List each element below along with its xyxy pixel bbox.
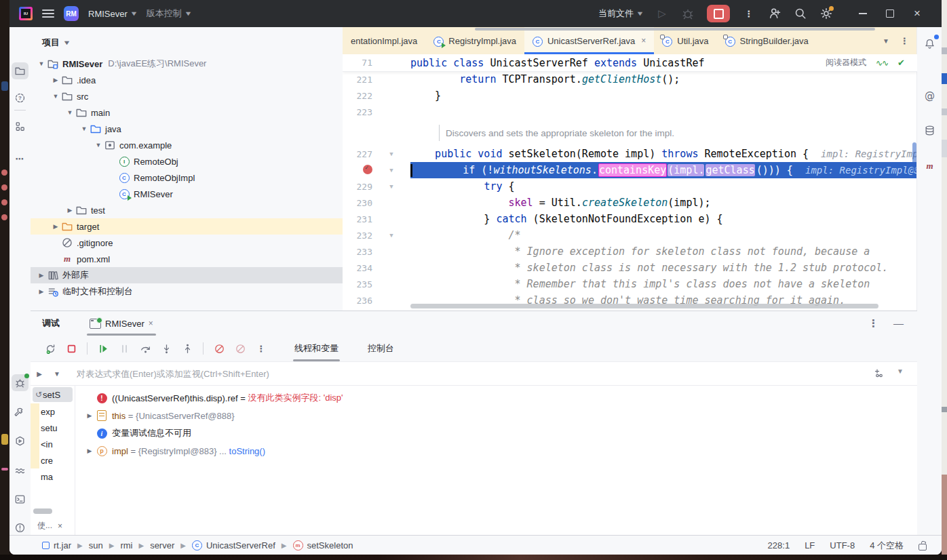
chevron-right-icon[interactable]: ▶ [31,370,48,378]
fold-chevron-icon[interactable]: ▼ [372,183,410,190]
tree-item-java[interactable]: ▼java [31,121,343,137]
tree-item-RemoteObjImpl[interactable]: CRemoteObjImpl [31,169,343,186]
run-icon[interactable]: ▷ [655,7,669,20]
stop-button[interactable] [707,5,730,22]
tree-item-RMISever[interactable]: ▼RMISeverD:\javaEE练习\RMISever [31,56,343,72]
fold-chevron-icon[interactable]: ▼ [372,232,410,239]
frame-row[interactable]: cre [31,452,75,468]
stripe-structure[interactable] [12,118,28,135]
line-number[interactable]: 234 [343,263,372,273]
stripe-vcs-question[interactable]: ? [12,89,28,106]
tree-item-src[interactable]: ▼src [31,88,343,104]
tree-item-RemoteObj[interactable]: IRemoteObj [31,153,343,169]
tab-options-icon[interactable]: ⋮ [900,36,909,46]
variable-link[interactable]: toString() [229,446,265,456]
tab-entationImpl.java[interactable]: entationImpl.java [343,27,425,54]
tree-item-test[interactable]: ▶test [31,202,343,218]
tree-item-.idea[interactable]: ▶.idea [31,72,343,88]
frame-row[interactable]: exp [31,403,75,420]
editor-horizontal-scrollbar[interactable] [410,304,878,308]
add-watch-icon[interactable] [874,367,885,380]
debug-icon[interactable] [681,7,695,20]
line-number[interactable]: 222 [343,91,372,101]
main-menu-icon[interactable] [42,9,54,18]
tree-chevron-icon[interactable]: ▶ [50,77,61,83]
frame-row[interactable]: <in [31,436,75,452]
close-icon[interactable]: × [641,36,646,45]
tree-chevron-icon[interactable]: ▶ [64,207,75,214]
view-bp-icon[interactable] [232,340,248,357]
breadcrumb-server[interactable]: server [150,540,174,551]
project-avatar[interactable]: RM [64,6,79,21]
frame-row[interactable]: setu [31,420,75,436]
tab-UnicastServerRef.java[interactable]: CUnicastServerRef.java× [524,27,654,54]
debug-view-tab-线程和变量[interactable]: 线程和变量 [290,336,343,361]
line-number[interactable]: 232 [343,231,372,241]
tab-Util.java[interactable]: CUtil.java [654,27,716,54]
tree-item-[interactable]: ▶临时文件和控制台 [31,283,343,300]
pause-icon[interactable] [116,340,132,357]
breadcrumb-UnicastServerRef[interactable]: CUnicastServerRef [192,540,275,551]
stripe-problems-alert[interactable] [12,519,28,536]
tree-item-com.example[interactable]: ▼com.example [31,137,343,153]
tree-chevron-icon[interactable]: ▼ [93,142,104,148]
frame-row[interactable]: ma [31,468,75,485]
breadcrumb-setSkeleton[interactable]: msetSkeleton [293,540,353,551]
tree-item-RMISever[interactable]: CRMISever [31,186,343,202]
tab-StringBuilder.java[interactable]: CStringBuilder.java [717,27,817,54]
line-number[interactable]: 223 [343,107,372,117]
maximize-button[interactable] [876,0,904,27]
close-icon[interactable]: × [58,521,62,531]
step-into-icon[interactable] [158,340,174,357]
inspections-ok-icon[interactable]: ✔ [897,58,905,68]
line-number[interactable] [343,165,372,176]
code-vision-icon[interactable]: ∿∿ [876,58,888,68]
breadcrumb-rmi[interactable]: rmi [120,540,132,551]
fold-chevron-icon[interactable]: ▼ [372,167,410,174]
search-icon[interactable] [794,7,807,20]
stripe-debug-bug[interactable] [12,374,28,391]
tree-chevron-icon[interactable]: ▼ [79,125,90,132]
variable-row[interactable]: !((UnicastServerRef)this.disp).ref = 没有此… [75,389,917,407]
vcs-widget[interactable]: 版本控制 ▼ [147,7,191,20]
line-number[interactable]: 229 [343,182,372,192]
rerun-icon[interactable] [42,340,58,357]
tree-chevron-icon[interactable]: ▶ [36,272,47,279]
more-actions-icon[interactable]: ⋮ [742,7,756,20]
hide-panel-icon[interactable]: — [893,317,904,329]
line-ending[interactable]: LF [805,540,815,551]
mute-bp-icon[interactable] [211,340,227,357]
stripe-terminal[interactable] [12,491,28,508]
close-button[interactable]: × [904,0,931,27]
caret-position[interactable]: 228:1 [768,540,790,551]
kebab-icon[interactable]: ⋮ [253,340,269,357]
variable-row[interactable]: ▶this = {UnicastServerRef@888} [75,407,917,424]
debug-more-icon[interactable]: ⋮ [868,317,878,329]
expand-chevron-icon[interactable]: ▶ [83,447,96,454]
tree-item-target[interactable]: ▶target [31,218,343,235]
project-widget[interactable]: RMISever ▼ [88,9,137,19]
line-number[interactable]: 235 [343,279,372,289]
breakpoint-icon[interactable] [363,165,372,174]
chevron-down-icon[interactable]: ▼ [48,370,66,378]
frames-scrollbar[interactable] [33,508,52,514]
expand-chevron-icon[interactable]: ▶ [83,412,96,419]
tree-item-main[interactable]: ▼main [31,104,343,121]
variable-row[interactable]: ▶pimpl = {RegistryImpl@883} ... toString… [75,442,917,460]
frames-overflow-tag[interactable]: 使... [37,520,52,532]
hidden-tabs-icon[interactable]: ▼ [883,37,889,45]
code-with-me-icon[interactable] [768,7,781,20]
tree-chevron-icon[interactable]: ▶ [50,223,61,230]
variable-row[interactable]: i变量调试信息不可用 [75,424,917,442]
tree-item-[interactable]: ▶外部库 [31,267,343,283]
lock-open-icon[interactable] [919,544,927,551]
run-configuration-widget[interactable]: 当前文件 ▼ [598,7,643,20]
tree-chevron-icon[interactable]: ▼ [50,93,61,100]
evaluate-expression-input[interactable] [75,368,874,380]
line-number[interactable]: 236 [343,296,372,306]
line-number[interactable]: 231 [343,214,372,224]
tree-chevron-icon[interactable]: ▼ [36,60,47,67]
chevron-down-icon[interactable]: ▼ [897,367,904,380]
project-panel-header[interactable]: 项目 ▼ [31,27,343,56]
tab-RegistryImpl.java[interactable]: CRegistryImpl.java [425,27,524,54]
